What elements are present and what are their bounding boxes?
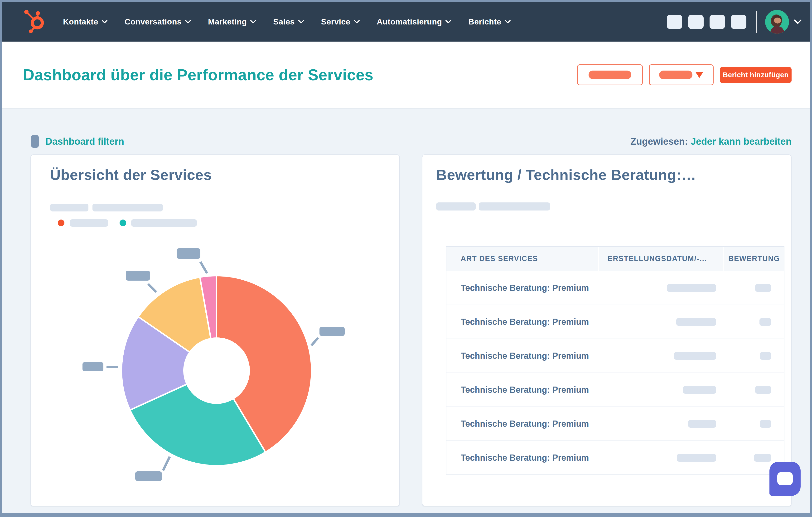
nav-item-automatisierung[interactable]: Automatisierung bbox=[377, 17, 452, 26]
nav-tool-icon-placeholder-1[interactable] bbox=[667, 15, 682, 29]
chart-callout-pill bbox=[135, 472, 162, 481]
hubspot-logo-icon[interactable] bbox=[24, 10, 46, 34]
table-row[interactable]: Technische Beratung: Premium bbox=[446, 305, 784, 339]
top-navigation-bar: KontakteConversationsMarketingSalesServi… bbox=[2, 2, 810, 41]
rating-report-card: Bewertung / Technische Beratung:… ART DE… bbox=[422, 154, 791, 506]
chart-callout-pill bbox=[177, 248, 200, 259]
service-type-cell: Technische Beratung: Premium bbox=[446, 351, 597, 361]
redacted-rating-pill bbox=[759, 318, 771, 326]
chart-callout-pill bbox=[83, 362, 104, 371]
page-title: Dashboard über die Performance der Servi… bbox=[23, 66, 373, 84]
redacted-rating-pill bbox=[760, 420, 771, 428]
redacted-rating-pill bbox=[754, 454, 771, 462]
chevron-down-icon bbox=[102, 20, 108, 24]
header-actions: Bericht hinzufügen bbox=[577, 64, 791, 85]
rating-cell bbox=[723, 373, 784, 406]
creation-date-cell bbox=[597, 373, 723, 406]
chart-callout-line bbox=[311, 338, 318, 345]
nav-item-label: Berichte bbox=[468, 17, 501, 26]
service-type-cell: Technische Beratung: Premium bbox=[446, 317, 597, 327]
donut-chart[interactable] bbox=[31, 155, 399, 506]
creation-date-cell bbox=[597, 441, 723, 475]
service-type-cell: Technische Beratung: Premium bbox=[446, 419, 597, 429]
table-row[interactable]: Technische Beratung: Premium bbox=[446, 372, 784, 406]
creation-date-cell bbox=[597, 407, 723, 440]
account-chevron-down-icon[interactable] bbox=[794, 19, 802, 25]
donut-slices bbox=[121, 276, 312, 466]
service-type-cell: Technische Beratung: Premium bbox=[446, 453, 597, 463]
redacted-subtitle-pill bbox=[436, 203, 476, 211]
dashboard-toolbar: Dashboard filtern Zugewiesen: Jeder kann… bbox=[31, 132, 791, 151]
nav-item-service[interactable]: Service bbox=[321, 17, 360, 26]
assigned-value-link[interactable]: Jeder kann bearbeiten bbox=[691, 136, 791, 147]
redacted-date-pill bbox=[688, 420, 716, 428]
table-row[interactable]: Technische Beratung: Premium bbox=[446, 271, 784, 305]
assigned-label: Zugewiesen: bbox=[630, 136, 688, 147]
redacted-subtitle-pill bbox=[479, 203, 550, 211]
nav-item-label: Service bbox=[321, 17, 350, 26]
nav-tool-icon-placeholder-2[interactable] bbox=[688, 15, 704, 29]
creation-date-cell bbox=[597, 271, 723, 305]
service-type-cell: Technische Beratung: Premium bbox=[446, 283, 597, 293]
column-header-creation-date[interactable]: ERSTELLUNGSDATUM/-… bbox=[598, 247, 723, 271]
rating-cell bbox=[723, 271, 784, 305]
redacted-date-pill bbox=[683, 386, 716, 394]
nav-divider bbox=[756, 11, 757, 33]
dashboard-action-button-1[interactable] bbox=[577, 64, 643, 85]
nav-item-conversations[interactable]: Conversations bbox=[124, 17, 191, 26]
services-overview-card: Übersicht der Services bbox=[30, 154, 400, 506]
chat-bubble-icon bbox=[777, 472, 793, 485]
rating-cell bbox=[723, 305, 784, 339]
chevron-down-icon bbox=[250, 20, 256, 24]
nav-item-sales[interactable]: Sales bbox=[273, 17, 304, 26]
redacted-button-label bbox=[659, 70, 692, 79]
rating-cell bbox=[723, 339, 784, 372]
nav-item-kontakte[interactable]: Kontakte bbox=[63, 17, 108, 26]
creation-date-cell bbox=[597, 339, 723, 372]
page-header: Dashboard über die Performance der Servi… bbox=[2, 41, 810, 109]
chevron-down-icon bbox=[185, 20, 191, 24]
nav-menu: KontakteConversationsMarketingSalesServi… bbox=[63, 17, 511, 26]
creation-date-cell bbox=[597, 305, 723, 339]
column-header-rating[interactable]: BEWERTUNG bbox=[723, 247, 784, 271]
nav-item-label: Kontakte bbox=[63, 17, 98, 26]
filter-dashboard-link[interactable]: Dashboard filtern bbox=[46, 136, 124, 147]
redacted-date-pill bbox=[677, 454, 716, 462]
chevron-down-icon bbox=[354, 20, 360, 24]
avatar-portrait bbox=[765, 10, 789, 34]
app-screen: KontakteConversationsMarketingSalesServi… bbox=[0, 0, 812, 517]
add-report-button[interactable]: Bericht hinzufügen bbox=[720, 67, 791, 83]
table-row[interactable]: Technische Beratung: Premium bbox=[446, 406, 784, 440]
table-row[interactable]: Technische Beratung: Premium bbox=[446, 440, 784, 475]
redacted-date-pill bbox=[667, 284, 716, 292]
nav-item-berichte[interactable]: Berichte bbox=[468, 17, 511, 26]
nav-tool-icon-placeholder-3[interactable] bbox=[709, 15, 725, 29]
nav-tool-icon-placeholder-4[interactable] bbox=[731, 15, 746, 29]
nav-right-tools bbox=[661, 10, 810, 34]
rating-cell bbox=[723, 407, 784, 440]
nav-item-label: Automatisierung bbox=[377, 17, 442, 26]
table-body: Technische Beratung: PremiumTechnische B… bbox=[446, 271, 784, 475]
nav-item-label: Marketing bbox=[208, 17, 247, 26]
chart-callout-pill bbox=[319, 327, 345, 336]
redacted-date-pill bbox=[676, 318, 716, 326]
dashboard-action-dropdown[interactable] bbox=[649, 64, 714, 85]
chat-widget-button[interactable] bbox=[770, 462, 801, 496]
chart-callout-pill bbox=[126, 271, 150, 281]
chart-callout-line bbox=[163, 457, 170, 470]
column-header-service-type[interactable]: ART DES SERVICES bbox=[446, 247, 598, 271]
redacted-rating-pill bbox=[755, 386, 771, 394]
user-avatar[interactable] bbox=[765, 10, 789, 34]
chart-callout-line bbox=[107, 367, 118, 367]
filter-icon[interactable] bbox=[31, 135, 39, 148]
nav-item-label: Sales bbox=[273, 17, 294, 26]
rating-report-title: Bewertung / Technische Beratung:… bbox=[436, 166, 696, 183]
chevron-down-icon bbox=[505, 20, 511, 24]
table-header-row: ART DES SERVICES ERSTELLUNGSDATUM/-… BEW… bbox=[446, 247, 784, 271]
dropdown-caret-icon bbox=[695, 72, 703, 78]
rating-table: ART DES SERVICES ERSTELLUNGSDATUM/-… BEW… bbox=[446, 246, 784, 475]
chart-callout-line bbox=[148, 284, 156, 292]
chart-callout-line bbox=[200, 262, 207, 273]
nav-item-marketing[interactable]: Marketing bbox=[208, 17, 256, 26]
table-row[interactable]: Technische Beratung: Premium bbox=[446, 339, 784, 372]
